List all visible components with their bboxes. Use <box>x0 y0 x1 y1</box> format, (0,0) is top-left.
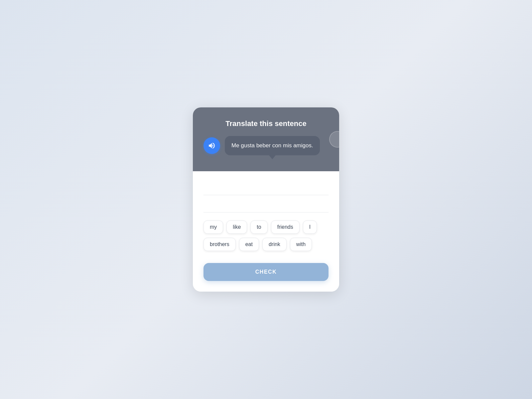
speaker-icon <box>208 142 216 150</box>
card-title: Translate this sentence <box>203 119 329 128</box>
word-chip-i[interactable]: I <box>303 220 317 234</box>
check-button[interactable]: CHECK <box>203 263 329 281</box>
answer-line-2 <box>203 197 329 212</box>
answer-line-1 <box>203 179 329 195</box>
answer-lines <box>203 179 329 212</box>
circle-decoration <box>329 131 339 148</box>
word-options: my like to friends I brothers eat drink … <box>203 220 329 251</box>
word-row-1: my like to friends I <box>203 220 329 234</box>
word-chip-drink[interactable]: drink <box>262 238 287 251</box>
word-chip-to[interactable]: to <box>250 220 267 234</box>
card-header: Translate this sentence Me gusta beber c… <box>193 107 339 171</box>
word-chip-like[interactable]: like <box>226 220 247 234</box>
card-body: my like to friends I brothers eat drink … <box>193 171 339 292</box>
sentence-text: Me gusta beber con mis amigos. <box>231 142 313 149</box>
main-card: Translate this sentence Me gusta beber c… <box>193 107 339 292</box>
speaker-button[interactable] <box>203 137 220 154</box>
word-chip-brothers[interactable]: brothers <box>203 238 236 251</box>
word-chip-my[interactable]: my <box>203 220 223 234</box>
speech-bubble-area: Me gusta beber con mis amigos. <box>203 136 329 155</box>
word-chip-with[interactable]: with <box>290 238 312 251</box>
word-chip-friends[interactable]: friends <box>271 220 300 234</box>
word-chip-eat[interactable]: eat <box>239 238 259 251</box>
speech-bubble: Me gusta beber con mis amigos. <box>225 136 320 155</box>
word-row-2: brothers eat drink with <box>203 238 329 251</box>
